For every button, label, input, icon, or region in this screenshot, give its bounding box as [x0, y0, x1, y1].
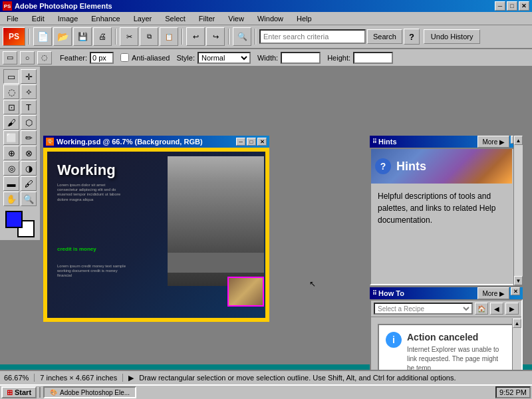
search-button[interactable]: Search	[367, 29, 402, 44]
height-input[interactable]	[353, 52, 393, 64]
tool-eyedropper[interactable]: 🖋	[21, 176, 37, 191]
app-titlebar: PS Adobe Photoshop Elements ─ □ ✕	[0, 0, 532, 12]
tool-type[interactable]: T	[21, 100, 37, 114]
menu-image[interactable]: Image	[54, 13, 82, 24]
hints-drag-icon: ⠿	[372, 138, 377, 145]
feather-input[interactable]	[90, 52, 114, 64]
recipe-back[interactable]: ◀	[490, 303, 503, 315]
foreground-color[interactable]	[5, 211, 23, 228]
scroll-down[interactable]: ▼	[514, 276, 523, 285]
copy-btn[interactable]: ⧉	[140, 27, 158, 46]
options-toolbar: ▭ ○ ◌ Feather: Anti-aliased Style: Norma…	[0, 49, 532, 66]
canvas-title-text: Working	[57, 162, 116, 179]
start-button[interactable]: ⊞ Start	[1, 386, 37, 398]
recipe-bar: Select a Recipe 🏠 ◀ ▶	[371, 301, 521, 317]
ellipse-select-btn[interactable]: ○	[20, 51, 35, 65]
document-titlebar: 🎨 Working.psd @ 66.7% (Background, RGB) …	[43, 136, 269, 148]
new-file-btn[interactable]: 📄	[33, 27, 52, 46]
close-button[interactable]: ✕	[519, 1, 529, 11]
print-btn[interactable]: 🖨	[93, 27, 112, 46]
tool-lasso[interactable]: ◌	[3, 84, 19, 99]
howto-drag-icon: ⠿	[372, 290, 377, 297]
doc-close[interactable]: ✕	[257, 138, 267, 146]
tool-blur[interactable]: ◎	[3, 161, 19, 176]
doc-minimize[interactable]: ─	[236, 138, 245, 146]
main-toolbar: PS 📄 📂 💾 🖨 ✂ ⧉ 📋 ↩ ↪ 🔍 Search ? Undo His…	[0, 25, 532, 49]
menu-edit[interactable]: Edit	[28, 13, 49, 24]
menu-file[interactable]: File	[3, 13, 23, 24]
document-icon: 🎨	[46, 138, 54, 146]
document-dimensions: 7 inches × 4.667 inches	[40, 374, 123, 382]
start-icon: ⊞	[7, 388, 13, 397]
menu-layer[interactable]: Layer	[130, 13, 156, 24]
vscroll-up[interactable]: ▲	[513, 319, 521, 328]
undo-history-button[interactable]: Undo History	[424, 29, 481, 44]
howto-title-buttons: More ▶ ✕	[477, 287, 520, 299]
hints-question-icon: ?	[375, 158, 391, 174]
scroll-up[interactable]: ▲	[514, 136, 523, 145]
color-selector[interactable]	[5, 211, 35, 237]
tool-healing[interactable]: ⊗	[21, 146, 37, 160]
ps-logo-btn[interactable]: PS	[3, 27, 25, 46]
toolbar-sep-4	[228, 29, 229, 45]
menu-enhance[interactable]: Enhance	[87, 13, 124, 24]
taskbar-photoshop[interactable]: 🎨 Adobe Photoshop Ele...	[43, 386, 136, 398]
menu-help[interactable]: Help	[293, 13, 316, 24]
menu-select[interactable]: Select	[161, 13, 190, 24]
menu-filter[interactable]: Filter	[195, 13, 219, 24]
tool-crop[interactable]: ⊡	[3, 100, 19, 114]
recipe-select[interactable]: Select a Recipe	[374, 303, 473, 315]
menu-view[interactable]: View	[224, 13, 248, 24]
tool-hand[interactable]: ✋	[3, 192, 19, 206]
menu-bar: File Edit Image Enhance Layer Select Fil…	[0, 12, 532, 25]
tool-pencil[interactable]: ✏	[21, 130, 37, 145]
howto-more-button[interactable]: More ▶	[477, 287, 509, 299]
search-input[interactable]	[259, 29, 366, 44]
document-title: Working.psd @ 66.7% (Background, RGB)	[57, 138, 203, 146]
tool-marquee[interactable]: ▭	[3, 69, 19, 84]
canvas-body-text: Lorem ipsum dolor sit amet consectetur a…	[57, 183, 124, 202]
info-icon: i	[386, 332, 402, 348]
status-arrow-icon: ▶	[128, 374, 134, 382]
tool-shape[interactable]: ▬	[3, 176, 19, 191]
style-select[interactable]: Normal Fixed Aspect Ratio Fixed Size	[198, 52, 251, 64]
maximize-button[interactable]: □	[507, 1, 517, 11]
redo-btn[interactable]: ↪	[206, 27, 225, 46]
tool-brush[interactable]: 🖌	[3, 115, 19, 130]
undo-btn[interactable]: ↩	[186, 27, 205, 46]
help-button[interactable]: ?	[404, 29, 420, 45]
hints-scrollbar[interactable]: ▲ ▼	[513, 136, 523, 285]
howto-titlebar: ⠿ How To More ▶ ✕	[370, 287, 523, 299]
antialiased-checkbox[interactable]	[120, 53, 129, 62]
howto-close[interactable]: ✕	[511, 287, 520, 295]
doc-maximize[interactable]: □	[247, 138, 256, 146]
lasso-select-btn[interactable]: ◌	[37, 51, 52, 65]
open-btn[interactable]: 📂	[53, 27, 72, 46]
tool-zoom[interactable]: 🔍	[21, 192, 37, 206]
recipe-home[interactable]: 🏠	[475, 303, 488, 315]
width-input[interactable]	[281, 52, 321, 64]
save-btn[interactable]: 💾	[73, 27, 92, 46]
recipe-forward[interactable]: ▶	[505, 303, 519, 315]
paste-btn[interactable]: 📋	[160, 27, 178, 46]
tool-paint-bucket[interactable]: ⬡	[21, 115, 37, 130]
tool-magic-wand[interactable]: ⟡	[21, 84, 37, 99]
tool-move[interactable]: ✛	[21, 69, 37, 84]
tool-clone[interactable]: ⊕	[3, 146, 19, 160]
hints-header-banner: ? Hints	[371, 149, 512, 184]
rect-select-btn[interactable]: ▭	[3, 51, 17, 65]
tool-eraser[interactable]: ⬜	[3, 130, 19, 145]
credit-label: credit is money	[57, 246, 96, 252]
hints-more-button[interactable]: More ▶	[477, 136, 509, 148]
cut-btn[interactable]: ✂	[120, 27, 138, 46]
app-title: Adobe Photoshop Elements	[15, 2, 112, 10]
action-text: Internet Explorer was unable to link req…	[407, 345, 507, 373]
toolbar-sep-3	[182, 29, 183, 45]
minimize-button[interactable]: ─	[495, 1, 505, 11]
zoom-level: 66.67%	[4, 374, 35, 382]
status-message: Draw rectangular selection or move selec…	[139, 374, 456, 382]
menu-window[interactable]: Window	[253, 13, 287, 24]
zoom-btn[interactable]: 🔍	[233, 27, 251, 46]
status-bar: 66.67% 7 inches × 4.667 inches ▶ Draw re…	[0, 370, 532, 384]
tool-dodge[interactable]: ◑	[21, 161, 37, 176]
